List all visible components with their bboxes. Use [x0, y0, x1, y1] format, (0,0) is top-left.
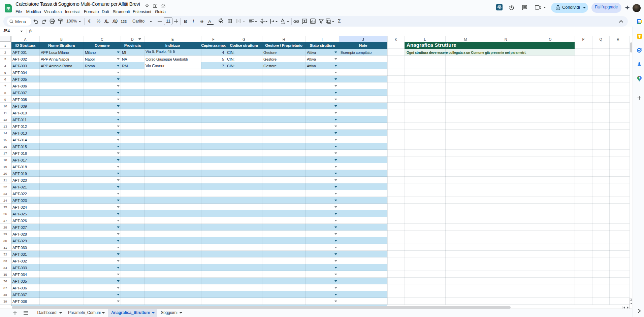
svg-text:31: 31 — [638, 21, 641, 23]
